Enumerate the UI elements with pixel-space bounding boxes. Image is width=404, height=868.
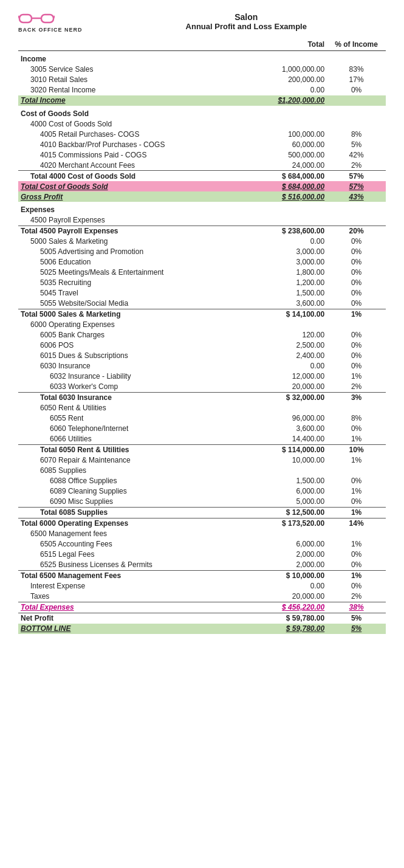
- row-pct: 0%: [327, 549, 386, 560]
- interest-label: Interest Expense: [18, 581, 231, 591]
- gross-profit-label: Gross Profit: [18, 191, 231, 202]
- row-label: 6033 Worker's Comp: [18, 382, 231, 393]
- row-label: 4005 Retail Purchases- COGS: [18, 129, 231, 139]
- list-item: 5045 Travel 1,500.00 0%: [18, 288, 386, 298]
- total-expenses-pct: 38%: [327, 602, 386, 613]
- list-item: 3010 Retail Sales 200,000.00 17%: [18, 75, 386, 85]
- supplies-header-row: 6085 Supplies: [18, 466, 386, 476]
- row-total: 3,000.00: [231, 247, 327, 257]
- total-6030-row: Total 6030 Insurance $ 32,000.00 3%: [18, 392, 386, 403]
- row-label: 4020 Merchant Account Fees: [18, 160, 231, 171]
- row-pct: 0%: [327, 351, 386, 361]
- row-total: 2,500.00: [231, 340, 327, 351]
- row-label: 6006 POS: [18, 340, 231, 351]
- list-item: 6033 Worker's Comp 20,000.00 2%: [18, 382, 386, 393]
- row-pct: 0%: [327, 288, 386, 298]
- row-total: 100,000.00: [231, 129, 327, 139]
- row-total: 2,400.00: [231, 351, 327, 361]
- row-pct: 5%: [327, 139, 386, 150]
- row-label: 6088 Office Supplies: [18, 476, 231, 486]
- row-total: 3,000.00: [231, 257, 327, 267]
- total-6030-value: $ 32,000.00: [231, 392, 327, 403]
- row-label: 6525 Business Licenses & Permits: [18, 560, 231, 571]
- cogs-sub-header: 4000 Cost of Goods Sold: [18, 119, 386, 129]
- row-total: 2,000.00: [231, 549, 327, 560]
- row-pct: 2%: [327, 382, 386, 393]
- interest-row: Interest Expense 0.00 0%: [18, 581, 386, 591]
- label-col-header: [18, 38, 231, 51]
- row-total: 200,000.00: [231, 75, 327, 85]
- income-section-header: Income: [18, 51, 386, 64]
- list-item: 5055 Website/Social Media 3,600.00 0%: [18, 298, 386, 309]
- row-total: 6,000.00: [231, 539, 327, 549]
- list-item: 3020 Rental Income 0.00 0%: [18, 85, 386, 95]
- page-header: BACK OFFICE NERD Salon Annual Profit and…: [18, 12, 386, 33]
- cogs-section-header: Cost of Goods Sold: [18, 106, 386, 119]
- total-expenses-row: Total Expenses $ 456,220.00 38%: [18, 602, 386, 613]
- row-label: 6089 Cleaning Supplies: [18, 486, 231, 497]
- row-pct: 0%: [327, 278, 386, 288]
- row-label: 3005 Service Sales: [18, 64, 231, 75]
- row-pct: 83%: [327, 64, 386, 75]
- total-income-value: $1,200,000.00: [231, 95, 327, 106]
- total-6500-row: Total 6500 Management Fees $ 10,000.00 1…: [18, 570, 386, 581]
- row-pct: 8%: [327, 129, 386, 139]
- total-cogs-row: Total Cost of Goods Sold $ 684,000.00 57…: [18, 181, 386, 191]
- total-6030-label: Total 6030 Insurance: [18, 392, 231, 403]
- row-label: 6055 Rent: [18, 413, 231, 424]
- total-cogs-label: Total Cost of Goods Sold: [18, 181, 231, 191]
- total-income-label: Total Income: [18, 95, 231, 106]
- row-pct: 8%: [327, 413, 386, 424]
- total-6000-row: Total 6000 Operating Expenses $ 173,520.…: [18, 518, 386, 529]
- row-pct: 42%: [327, 150, 386, 160]
- gross-profit-value: $ 516,000.00: [231, 191, 327, 202]
- list-item: 6015 Dues & Subscriptions 2,400.00 0%: [18, 351, 386, 361]
- row-pct: 0%: [327, 361, 386, 371]
- row-total: 1,800.00: [231, 267, 327, 278]
- total-6050-label: Total 6050 Rent & Utilities: [18, 444, 231, 455]
- bottom-line-pct: 5%: [327, 624, 386, 634]
- total-5000-value: $ 14,100.00: [231, 309, 327, 320]
- row-total: 6,000.00: [231, 486, 327, 497]
- row-total: 24,000.00: [231, 160, 327, 171]
- row-pct: 1%: [327, 539, 386, 549]
- operating-header-label: 6000 Operating Expenses: [18, 320, 231, 330]
- row-total: 2,000.00: [231, 560, 327, 571]
- row-total: 60,000.00: [231, 139, 327, 150]
- list-item: 4005 Retail Purchases- COGS 100,000.00 8…: [18, 129, 386, 139]
- bottom-line-value: $ 59,780.00: [231, 624, 327, 634]
- total-4000-pct: 57%: [327, 171, 386, 182]
- payroll-header-row: 4500 Payroll Expenses: [18, 215, 386, 226]
- row-total: 5,000.00: [231, 497, 327, 508]
- row-pct: 0%: [327, 340, 386, 351]
- row-pct: 0%: [327, 247, 386, 257]
- svg-rect-1: [41, 15, 53, 22]
- supplies-header-label: 6085 Supplies: [18, 466, 231, 476]
- row-label: 3020 Rental Income: [18, 85, 231, 95]
- row-label: 5005 Advertising and Promotion: [18, 247, 231, 257]
- total-6085-pct: 1%: [327, 507, 386, 518]
- repair-pct: 1%: [327, 455, 386, 466]
- total-cogs-value: $ 684,000.00: [231, 181, 327, 191]
- row-label: 5055 Website/Social Media: [18, 298, 231, 309]
- pnl-table: Total % of Income Income 3005 Service Sa…: [18, 38, 386, 634]
- total-6500-pct: 1%: [327, 570, 386, 581]
- row-pct: 0%: [327, 267, 386, 278]
- list-item: 4015 Commissions Paid - COGS 500,000.00 …: [18, 150, 386, 160]
- list-item: 6088 Office Supplies 1,500.00 0%: [18, 476, 386, 486]
- repair-label: 6070 Repair & Maintenance: [18, 455, 231, 466]
- rent-header-label: 6050 Rent & Utilities: [18, 403, 231, 413]
- row-pct: 0%: [327, 298, 386, 309]
- report-subtitle: Annual Profit and Loss Example: [107, 22, 386, 31]
- row-total: 120.00: [231, 330, 327, 340]
- svg-rect-0: [19, 15, 32, 22]
- total-5000-label: Total 5000 Sales & Marketing: [18, 309, 231, 320]
- row-total: 1,500.00: [231, 288, 327, 298]
- total-6500-label: Total 6500 Management Fees: [18, 570, 231, 581]
- row-label: 6005 Bank Charges: [18, 330, 231, 340]
- total-6030-pct: 3%: [327, 392, 386, 403]
- total-4000-row: Total 4000 Cost of Goods Sold $ 684,000.…: [18, 171, 386, 182]
- net-profit-label: Net Profit: [18, 613, 231, 624]
- total-expenses-label: Total Expenses: [18, 602, 231, 613]
- repair-total: 10,000.00: [231, 455, 327, 466]
